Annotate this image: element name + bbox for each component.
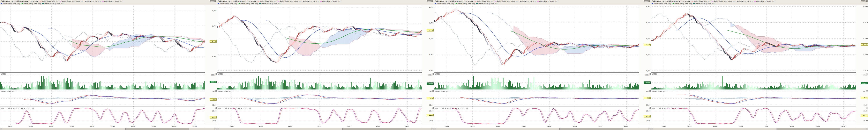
volume-chart-plot[interactable]: 出来高 (217, 73, 422, 90)
maximize-button[interactable]: □ (212, 0, 214, 2)
macd-chart-canvas[interactable] (651, 90, 856, 107)
scrollbar-thumb[interactable] (559, 128, 623, 130)
price-chart-plot[interactable] (434, 5, 639, 73)
time-label: 11/04 (815, 125, 819, 127)
price-chart-plot[interactable] (651, 5, 856, 73)
pane-collapse-button[interactable]: ▼ (432, 107, 434, 109)
scrollbar-thumb[interactable] (125, 128, 189, 130)
pane-collapse-button[interactable]: ▼ (215, 90, 217, 92)
macd-chart-plot[interactable]: MACD( 12, 26, 9 ) (651, 90, 856, 107)
macd-chart-plot[interactable]: MACD( 12, 26, 9 ) (0, 90, 205, 107)
scrollbar-track[interactable] (2, 128, 215, 130)
macd-chart-plot[interactable]: MACD( 12, 26, 9 ) (217, 90, 422, 107)
maximize-button[interactable]: □ (863, 0, 865, 2)
macd-chart-canvas[interactable] (0, 90, 205, 107)
scrollbar-track[interactable] (436, 128, 649, 130)
maximize-button[interactable]: □ (429, 0, 431, 2)
window-titlebar[interactable]: 日経225mini 11/12) 15分足 2011/10/31 - 2011/… (217, 0, 434, 5)
pane-collapse-button[interactable]: ▼ (866, 90, 868, 92)
volume-chart-canvas[interactable] (217, 73, 422, 90)
h-scrollbar[interactable]: ◄► (0, 128, 217, 130)
scroll-left-button[interactable]: ◄ (434, 128, 436, 130)
legend-item: 移動平均VDC (Close, 40 ) (259, 3, 280, 4)
macd-chart-canvas[interactable] (434, 90, 639, 107)
legend-item: 移動平均線 (Close, 25 ) (218, 3, 237, 4)
time-label: 11/07 (598, 125, 602, 127)
window-titlebar[interactable]: 日経225mini 11/12) 5分足 2011/11/04 - 2011/1… (0, 0, 217, 5)
pane-collapse-button[interactable]: ▼ (649, 90, 651, 92)
pane-collapse-button[interactable]: ▼ (215, 73, 217, 75)
scrollbar-track[interactable] (219, 128, 432, 130)
macd-label: MACD( 12, 26, 9 ) (1, 90, 14, 92)
minimize-button[interactable]: – (644, 0, 646, 2)
minimize-button[interactable]: – (210, 0, 212, 2)
time-axis-corner (639, 125, 651, 128)
pane-collapse-button[interactable]: ▼ (866, 107, 868, 109)
price-chart-canvas[interactable] (0, 5, 205, 73)
price-chart-plot[interactable] (217, 5, 422, 73)
price-chart-canvas[interactable] (651, 5, 856, 73)
scrollbar-thumb[interactable] (777, 128, 840, 130)
legend-color-swatch (239, 3, 240, 4)
pane-collapse-button[interactable]: ▼ (432, 73, 434, 75)
volume-chart-canvas[interactable] (434, 73, 639, 90)
current-stoch-badge: 55.20 (427, 114, 434, 116)
volume-chart-canvas[interactable] (651, 73, 856, 90)
volume-chart-plot[interactable]: 出来高 (0, 73, 205, 90)
maximize-button[interactable]: □ (646, 0, 648, 2)
legend-color-swatch (495, 1, 496, 1)
scroll-left-button[interactable]: ◄ (217, 128, 219, 130)
legend-label: 移動平均線 (Close, 25 ) (3, 3, 20, 4)
scroll-left-button[interactable]: ◄ (651, 128, 653, 130)
price-chart-canvas[interactable] (217, 5, 422, 73)
legend-item: 移動平均線 (Close, 25 ) (652, 3, 671, 4)
close-button[interactable]: × (431, 0, 433, 2)
stoch-chart-canvas[interactable] (217, 107, 422, 125)
minimize-button[interactable]: – (861, 0, 863, 2)
stoch-chart-plot[interactable]: スロー・ストキャスティクス( 14, 3, 80, 20 ) (651, 107, 856, 125)
scroll-right-button[interactable]: ► (649, 128, 651, 130)
window-titlebar[interactable]: 日経225mini 11/12) 30分足 2011/10/21 - 2011/… (434, 0, 651, 5)
macd-chart-axis: 60.000.00-60.006.20▼ (856, 90, 868, 107)
close-button[interactable]: × (866, 0, 868, 2)
close-button[interactable]: × (648, 0, 650, 2)
stoch-chart-canvas[interactable] (651, 107, 856, 125)
h-scrollbar[interactable]: ◄► (651, 128, 868, 130)
stoch-chart-plot[interactable]: スロー・ストキャスティクス( 14, 3, 80, 20 ) (0, 107, 205, 125)
volume-chart-canvas[interactable] (0, 73, 205, 90)
legend-label: 移動平均VDC (Close, 40 ) (44, 3, 63, 4)
scrollbar-thumb[interactable] (342, 128, 406, 130)
scroll-left-button[interactable]: ◄ (0, 128, 2, 130)
scroll-right-button[interactable]: ► (215, 128, 217, 130)
stoch-chart-canvas[interactable] (0, 107, 205, 125)
pane-collapse-button[interactable]: ▼ (649, 73, 651, 75)
scroll-right-button[interactable]: ► (432, 128, 434, 130)
scroll-right-button[interactable]: ► (866, 128, 868, 130)
macd-chart-canvas[interactable] (217, 90, 422, 107)
price-tick-label: 8,875 (864, 22, 868, 23)
minimize-button[interactable]: – (427, 0, 429, 2)
stoch-chart-plot[interactable]: スロー・ストキャスティクス( 14, 3, 80, 20 ) (217, 107, 422, 125)
close-button[interactable]: × (214, 0, 216, 2)
price-chart-canvas[interactable] (434, 5, 639, 73)
pane-collapse-button[interactable]: ▼ (215, 107, 217, 109)
h-scrollbar[interactable]: ◄► (217, 128, 434, 130)
stoch-chart-canvas[interactable] (434, 107, 639, 125)
pane-collapse-button[interactable]: ▼ (866, 73, 868, 75)
price-chart-plot[interactable] (0, 5, 205, 73)
volume-chart-plot[interactable]: 出来高 (651, 73, 856, 90)
scrollbar-track[interactable] (653, 128, 866, 130)
current-stoch-badge: 51.44 (861, 114, 868, 117)
pane-collapse-button[interactable]: ▼ (432, 90, 434, 92)
pane-collapse-button[interactable]: ▼ (649, 107, 651, 109)
volume-chart-plot[interactable]: 出来高 (434, 73, 639, 90)
legend-color-swatch (42, 3, 44, 4)
macd-chart-plot[interactable]: MACD( 12, 26, 9 ) (434, 90, 639, 107)
stoch-chart-plot[interactable]: スロー・ストキャスティクス( 14, 3, 80, 20 ) (434, 107, 639, 125)
current-macd-badge: 6.20 (861, 97, 868, 99)
window-titlebar[interactable]: 日経225mini 11/12) 60分足 2011/10/14 - 2011/… (651, 0, 868, 5)
price-chart-axis: 8,9958,8758,7558,6358,5158,710 (856, 5, 868, 73)
time-axis: 10/2410/2610/2811/0111/0211/0411/0711/09 (434, 125, 651, 128)
h-scrollbar[interactable]: ◄► (434, 128, 651, 130)
stoch-tick-label: 80.00 (646, 110, 650, 112)
